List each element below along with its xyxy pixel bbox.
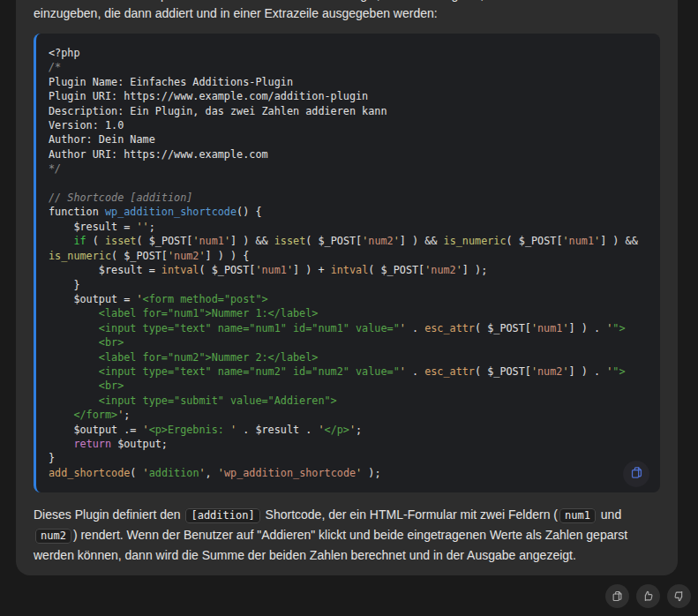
message-actions [605, 584, 691, 608]
code-line: <input type="text" name="num2" id="num2"… [49, 364, 653, 379]
code-line: Plugin Name: Einfaches Additions-Plugin [49, 75, 653, 89]
code-line: if ( isset( $_POST['num1'] ) && isset( $… [49, 234, 653, 248]
chat-view: Gerne! Hier ist ein Beispiel für ein ein… [0, 0, 698, 616]
code-line: add_shortcode( 'addition', 'wp_addition_… [49, 466, 653, 480]
code-line: Description: Ein Plugin, das zwei Zahlen… [49, 104, 653, 118]
code-line: $result = ''; [49, 220, 653, 234]
thumbs-up-icon [642, 590, 655, 603]
outro-paragraph: Dieses Plugin definiert den [addition] S… [34, 505, 660, 565]
code-line: Version: 1.0 [49, 118, 653, 132]
code-line: $output = '<form method="post"> [49, 292, 653, 306]
code-line: Author URI: https://www.example.com [49, 147, 653, 162]
thumbs-up-button[interactable] [636, 584, 660, 608]
code-line: // Shortcode [addition] [49, 191, 653, 205]
inline-code-chip: [addition] [185, 508, 259, 523]
code-line: <label for="num2">Nummer 2:</label> [49, 350, 653, 364]
code-line: <label for="num1">Nummer 1:</label> [49, 306, 653, 320]
code-line: <br> [49, 335, 653, 349]
code-block: <?php/*Plugin Name: Einfaches Additions-… [34, 34, 660, 492]
inline-code-chip: num1 [559, 508, 596, 523]
code-line: } [49, 451, 653, 465]
thumbs-down-icon [672, 590, 686, 603]
code-line: } [49, 278, 653, 292]
code-line [49, 177, 653, 191]
copy-pages-icon [611, 590, 624, 603]
code-line: function wp_addition_shortcode() { [49, 205, 653, 219]
code-line: $result = intval( $_POST['num1'] ) + int… [49, 263, 653, 277]
code-line: return $output; [49, 437, 653, 451]
code-line: */ [49, 162, 653, 176]
intro-paragraph: Gerne! Hier ist ein Beispiel für ein ein… [34, 0, 660, 23]
copy-message-button[interactable] [605, 584, 629, 608]
assistant-message-bubble: Gerne! Hier ist ein Beispiel für ein ein… [16, 0, 678, 575]
code-line: /* [49, 60, 653, 74]
code-content: <?php/*Plugin Name: Einfaches Additions-… [49, 46, 653, 480]
intro-text-line: einzugeben, die dann addiert und in eine… [34, 4, 660, 23]
code-line: <br> [49, 379, 653, 393]
code-copy-button[interactable] [623, 461, 649, 487]
code-line: $output .= '<p>Ergebnis: ' . $result . '… [49, 423, 653, 437]
inline-code-chip: num2 [35, 529, 71, 544]
code-line: <input type="text" name="num1" id="num1"… [49, 321, 653, 335]
code-line: <?php [49, 46, 653, 60]
copy-pages-icon [629, 465, 644, 483]
code-line: Plugin URI: https://www.example.com/addi… [49, 89, 653, 103]
code-line: <input type="submit" value="Addieren"> [49, 394, 653, 408]
code-line: </form>'; [49, 408, 653, 422]
thumbs-down-button[interactable] [667, 584, 691, 608]
code-line: Author: Dein Name [49, 132, 653, 146]
code-line: is_numeric( $_POST['num2'] ) ) { [49, 249, 653, 263]
